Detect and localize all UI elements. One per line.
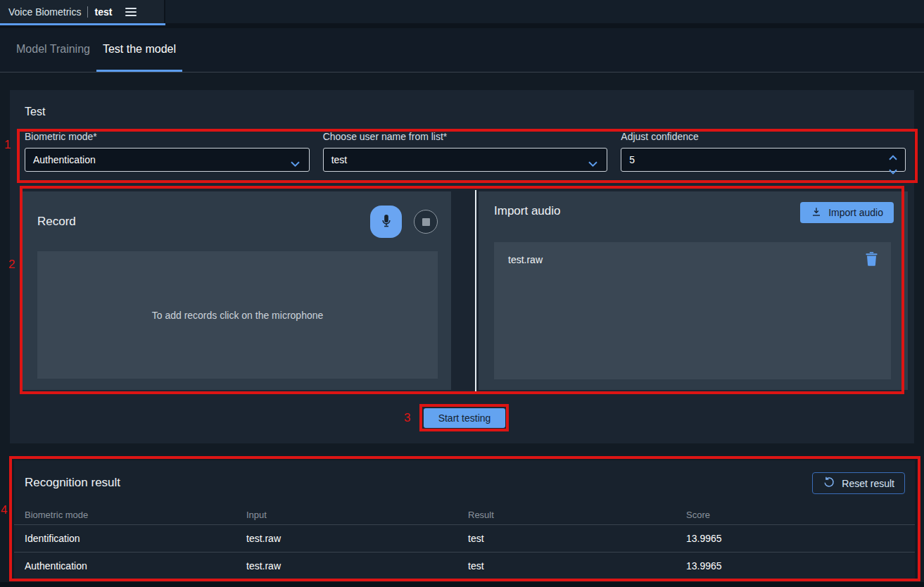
reset-icon [823, 476, 835, 491]
stop-icon [422, 218, 430, 226]
window-tab[interactable]: Voice Biometrics test [0, 0, 165, 23]
record-header: Record [37, 201, 438, 242]
chevron-down-icon [291, 158, 300, 169]
biometric-mode-field: Biometric mode* Authentication [25, 131, 310, 172]
user-name-label: Choose user name from list* [323, 131, 608, 142]
file-item: test.raw [508, 251, 878, 268]
biometric-mode-select[interactable]: Authentication [25, 148, 310, 172]
record-actions [370, 206, 438, 238]
tab-model-training[interactable]: Model Training [10, 28, 96, 72]
audio-panels-row: Record [21, 190, 918, 393]
cell-input: test.raw [246, 560, 468, 572]
confidence-field: Adjust confidence 5 [621, 131, 906, 172]
confidence-input[interactable]: 5 [621, 148, 906, 172]
reset-result-button-label: Reset result [842, 478, 894, 489]
import-header: Import audio Import audio [494, 204, 894, 223]
title-separator [87, 6, 88, 18]
top-bar: Voice Biometrics test [0, 0, 924, 23]
user-name-value: test [331, 154, 348, 165]
cell-biometric-mode: Identification [25, 533, 246, 544]
results-table-header: Biometric mode Input Result Score [14, 505, 915, 525]
active-window-tab-underline [0, 23, 165, 25]
bottom-strip [0, 582, 924, 587]
results-table: Biometric mode Input Result Score Identi… [14, 505, 915, 579]
import-audio-title: Import audio [494, 204, 561, 218]
hamburger-menu-icon[interactable] [125, 8, 137, 16]
confidence-spinner [889, 151, 897, 177]
download-icon [811, 206, 822, 220]
user-name-select[interactable]: test [323, 148, 608, 172]
cell-result: test [468, 533, 686, 544]
biometric-mode-value: Authentication [33, 154, 96, 165]
annotation-label-3: 3 [404, 411, 410, 425]
record-stop-button[interactable] [414, 210, 438, 234]
microphone-icon [379, 213, 394, 231]
column-header-input: Input [246, 510, 468, 520]
recognition-result-section: Recognition result Reset result Biometri… [14, 460, 915, 579]
record-microphone-button[interactable] [370, 206, 402, 238]
import-audio-panel: Import audio Import audio test.raw [479, 191, 908, 390]
annotation-label-1: 1 [4, 138, 11, 152]
confidence-value: 5 [629, 154, 635, 165]
record-panel: Record [21, 191, 451, 390]
cell-score: 13.9965 [686, 533, 915, 544]
chevron-down-icon [588, 158, 597, 169]
import-audio-button[interactable]: Import audio [800, 202, 894, 223]
tab-test-the-model[interactable]: Test the model [96, 28, 182, 72]
cell-score: 13.9965 [686, 560, 915, 572]
user-name-field: Choose user name from list* test [323, 131, 608, 172]
column-header-result: Result [468, 510, 686, 520]
app-title: Voice Biometrics [8, 6, 81, 18]
column-header-score: Score [686, 510, 915, 520]
biometric-mode-label: Biometric mode* [25, 131, 310, 142]
tab-bar: Model Training Test the model [0, 28, 924, 72]
annotation-label-2: 2 [8, 258, 15, 272]
spinner-up-icon[interactable] [889, 151, 897, 163]
test-form-row: Biometric mode* Authentication Choose us… [25, 131, 906, 172]
test-section: Test Biometric mode* Authentication Choo… [10, 90, 914, 443]
panels-divider [475, 190, 476, 393]
imported-files-list: test.raw [494, 242, 891, 379]
cell-biometric-mode: Authentication [25, 560, 246, 572]
column-header-biometric-mode: Biometric mode [25, 510, 246, 520]
spinner-down-icon[interactable] [889, 165, 897, 177]
trash-icon [865, 258, 878, 268]
cell-result: test [468, 560, 686, 572]
start-testing-button[interactable]: Start testing [424, 408, 505, 428]
record-dropzone[interactable]: To add records click on the microphone [37, 251, 438, 379]
test-section-title: Test [25, 106, 45, 118]
recognition-result-title: Recognition result [25, 476, 120, 490]
delete-file-button[interactable] [865, 251, 878, 268]
table-row: Identification test.raw test 13.9965 [14, 525, 915, 552]
annotation-label-4: 4 [1, 503, 7, 517]
voice-biometrics-app: Voice Biometrics test Model Training Tes… [0, 0, 924, 587]
import-audio-button-label: Import audio [828, 207, 883, 218]
confidence-label: Adjust confidence [621, 131, 906, 142]
table-row: Authentication test.raw test 13.9965 [14, 552, 915, 579]
file-name: test.raw [508, 254, 543, 265]
record-hint-text: To add records click on the microphone [152, 310, 324, 321]
cell-input: test.raw [246, 533, 468, 544]
app-subtitle: test [94, 6, 112, 18]
record-title: Record [37, 215, 76, 229]
reset-result-button[interactable]: Reset result [812, 472, 905, 494]
